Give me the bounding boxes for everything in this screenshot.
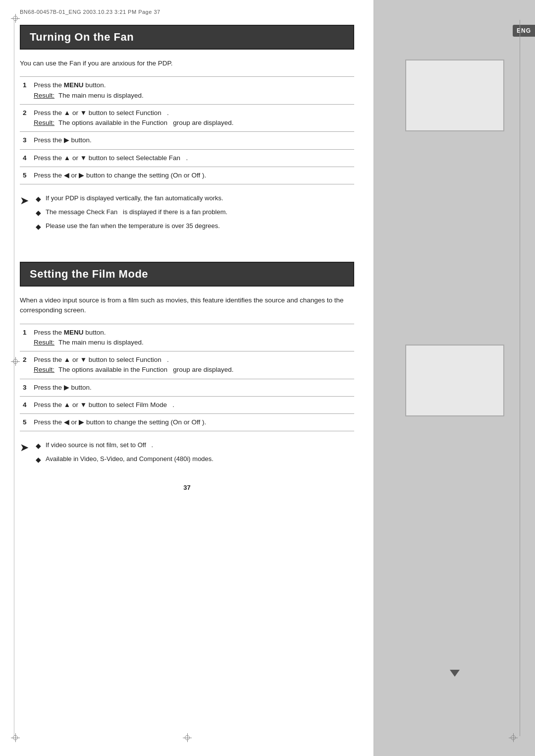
- page-number: 37: [20, 484, 354, 491]
- table-row: 4 Press the ▲ or ▼ button to select Sele…: [20, 149, 354, 167]
- note-bullet-2: ◆ The message Check Fan is displayed if …: [36, 207, 227, 218]
- section1-title: Turning On the Fan: [30, 31, 344, 44]
- section2-title: Setting the Film Mode: [30, 268, 344, 281]
- result-label-2: Result:: [34, 118, 54, 128]
- section1-content: You can use the Fan if you are anxious f…: [0, 58, 374, 232]
- note-arrow-1: ➤: [20, 194, 32, 207]
- page-container: BN68-00457B-01_ENG 2003.10.23 3:21 PM Pa…: [0, 0, 535, 756]
- step-content-5: Press the ◀ or ▶ button to change the se…: [31, 167, 354, 184]
- result-label-1: Result:: [34, 91, 54, 101]
- step-content-s2-2: Press the ▲ or ▼ button to select Functi…: [31, 351, 354, 379]
- step-content-3: Press the ▶ button.: [31, 132, 354, 149]
- table-row: 1 Press the MENU button. Result: The mai…: [20, 324, 354, 351]
- crosshair-bottom-left: [11, 733, 20, 742]
- result-text-s2-2: The options available in the Function gr…: [58, 365, 233, 375]
- table-row: 2 Press the ▲ or ▼ button to select Func…: [20, 351, 354, 379]
- step-num-s2-3: 3: [20, 379, 31, 396]
- section2-intro: When a video input source is from a film…: [20, 295, 354, 316]
- bottom-area: 37: [0, 475, 374, 499]
- diamond-s2-2: ◆: [36, 455, 43, 465]
- note-bullet-1: ◆ If your PDP is displayed vertically, t…: [36, 193, 227, 204]
- note-text-2: The message Check Fan is displayed if th…: [46, 207, 227, 217]
- note-bullet-s2-1: ◆ If video source is not film, set to Of…: [36, 440, 214, 451]
- step-content-s2-1: Press the MENU button. Result: The main …: [31, 324, 354, 351]
- section2-steps-table: 1 Press the MENU button. Result: The mai…: [20, 324, 354, 432]
- crosshair-bottom: [183, 733, 192, 742]
- note-bullets-2: ◆ If video source is not film, set to Of…: [36, 440, 214, 465]
- page-triangle-container: [450, 670, 460, 677]
- result-label-s2-1: Result:: [34, 338, 54, 348]
- result-text-2: The options available in the Function gr…: [58, 118, 233, 128]
- result-label-s2-2: Result:: [34, 365, 54, 375]
- step-num-s2-1: 1: [20, 324, 31, 351]
- diamond-3: ◆: [36, 222, 43, 232]
- diamond-2: ◆: [36, 208, 43, 218]
- note-bullet-3: ◆ Please use the fan when the temperatur…: [36, 221, 227, 232]
- note-text-s2-1: If video source is not film, set to Off …: [46, 440, 153, 450]
- step-content-s2-5: Press the ◀ or ▶ button to change the se…: [31, 414, 354, 431]
- table-row: 4 Press the ▲ or ▼ button to select Film…: [20, 396, 354, 413]
- right-border-line: [520, 20, 520, 736]
- step-num-3: 3: [20, 132, 31, 149]
- table-row: 1 Press the MENU button. Result: The mai…: [20, 77, 354, 105]
- menu-bold-s2: MENU: [64, 329, 84, 336]
- section1-intro: You can use the Fan if you are anxious f…: [20, 58, 354, 68]
- crosshair-top-left: [11, 14, 20, 23]
- step-content-4: Press the ▲ or ▼ button to select Select…: [31, 149, 354, 167]
- page-triangle: [450, 670, 460, 677]
- left-border-line: [14, 20, 14, 736]
- crosshair-bottom-right: [509, 733, 518, 742]
- note-arrow-2: ➤: [20, 441, 32, 454]
- section1-steps-table: 1 Press the MENU button. Result: The mai…: [20, 76, 354, 184]
- menu-bold-1: MENU: [64, 81, 84, 89]
- result-text-s2-1: The main menu is displayed.: [58, 338, 144, 348]
- section1-title-box: Turning On the Fan: [20, 25, 354, 50]
- step-content-s2-3: Press the ▶ button.: [31, 379, 354, 396]
- table-row: 3 Press the ▶ button.: [20, 379, 354, 396]
- step-num-5: 5: [20, 167, 31, 184]
- right-sidebar: ENG: [374, 0, 535, 756]
- step-content-1: Press the MENU button. Result: The main …: [31, 77, 354, 105]
- main-content: BN68-00457B-01_ENG 2003.10.23 3:21 PM Pa…: [0, 0, 374, 756]
- section2-title-box: Setting the Film Mode: [20, 262, 354, 287]
- section1-notes: ➤ ◆ If your PDP is displayed vertically,…: [20, 193, 354, 232]
- step-num-s2-2: 2: [20, 351, 31, 379]
- section2-content: When a video input source is from a film…: [0, 295, 374, 465]
- step-num-s2-5: 5: [20, 414, 31, 431]
- step-num-s2-4: 4: [20, 396, 31, 413]
- step-num-2: 2: [20, 104, 31, 132]
- section2-notes: ➤ ◆ If video source is not film, set to …: [20, 440, 354, 465]
- note-bullets-1: ◆ If your PDP is displayed vertically, t…: [36, 193, 227, 232]
- sidebar-image-box-2: [405, 345, 504, 416]
- table-row: 3 Press the ▶ button.: [20, 132, 354, 149]
- note-text-1: If your PDP is displayed vertically, the…: [46, 193, 223, 203]
- eng-badge: ENG: [513, 25, 535, 37]
- result-text-1: The main menu is displayed.: [58, 91, 144, 101]
- crosshair-mid-left: [11, 357, 20, 366]
- note-bullet-s2-2: ◆ Available in Video, S-Video, and Compo…: [36, 454, 214, 465]
- step-content-2: Press the ▲ or ▼ button to select Functi…: [31, 104, 354, 132]
- page-meta: BN68-00457B-01_ENG 2003.10.23 3:21 PM Pa…: [0, 0, 374, 20]
- note-text-3: Please use the fan when the temperature …: [46, 221, 220, 231]
- sidebar-image-box-1: [405, 59, 504, 131]
- diamond-s2-1: ◆: [36, 441, 43, 451]
- table-row: 5 Press the ◀ or ▶ button to change the …: [20, 414, 354, 431]
- note-text-s2-2: Available in Video, S-Video, and Compone…: [46, 454, 214, 464]
- step-num-1: 1: [20, 77, 31, 105]
- step-content-s2-4: Press the ▲ or ▼ button to select Film M…: [31, 396, 354, 413]
- step-num-4: 4: [20, 149, 31, 167]
- diamond-1: ◆: [36, 194, 43, 204]
- table-row: 2 Press the ▲ or ▼ button to select Func…: [20, 104, 354, 132]
- table-row: 5 Press the ◀ or ▶ button to change the …: [20, 167, 354, 184]
